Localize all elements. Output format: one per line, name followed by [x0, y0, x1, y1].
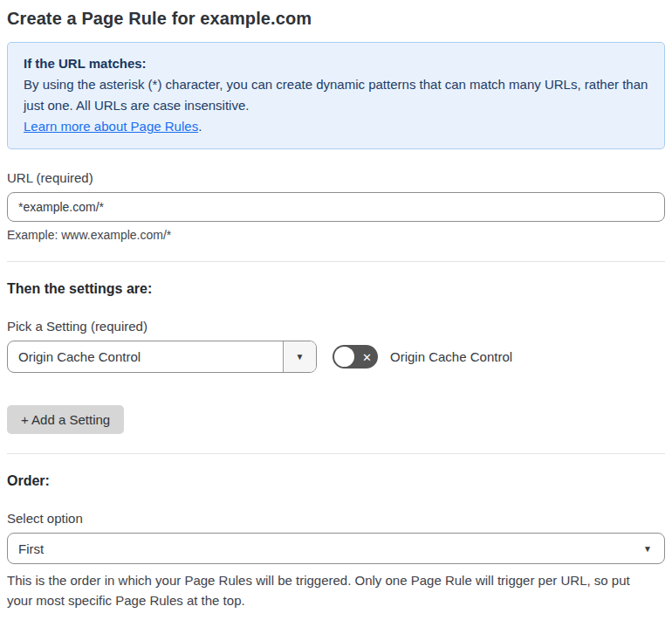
- order-select[interactable]: First ▼: [7, 533, 665, 564]
- toggle-off-x-icon: ✕: [362, 351, 372, 362]
- settings-section-heading: Then the settings are:: [7, 281, 665, 297]
- learn-more-link[interactable]: Learn more about Page Rules: [24, 119, 198, 134]
- chevron-down-icon: ▼: [643, 534, 664, 563]
- url-field-group: URL (required) Example: www.example.com/…: [7, 170, 665, 242]
- order-helper-text: This is the order in which your Page Rul…: [7, 570, 653, 610]
- info-box-body: By using the asterisk (*) character, you…: [24, 74, 648, 116]
- url-match-info-box: If the URL matches: By using the asteris…: [7, 42, 665, 149]
- toggle-knob: [334, 347, 354, 367]
- setting-select[interactable]: Origin Cache Control ▼: [7, 341, 317, 373]
- url-example-helper: Example: www.example.com/*: [7, 228, 665, 242]
- order-select-label: Select option: [7, 511, 665, 526]
- add-setting-wrap: + Add a Setting: [7, 405, 665, 434]
- page-title: Create a Page Rule for example.com: [7, 9, 665, 29]
- setting-select-value: Origin Cache Control: [8, 341, 283, 372]
- chevron-down-icon: ▼: [283, 341, 316, 372]
- add-setting-button[interactable]: + Add a Setting: [7, 405, 124, 434]
- create-page-rule-form: Create a Page Rule for example.com If th…: [0, 0, 672, 620]
- pick-setting-label: Pick a Setting (required): [7, 319, 665, 334]
- url-input[interactable]: [7, 192, 665, 222]
- info-box-heading: If the URL matches:: [24, 53, 648, 74]
- order-select-value: First: [8, 534, 643, 563]
- divider: [7, 453, 665, 454]
- origin-cache-control-toggle[interactable]: ✕: [333, 345, 378, 369]
- info-box-link-line: Learn more about Page Rules.: [24, 116, 648, 137]
- setting-row: Origin Cache Control ▼ ✕ Origin Cache Co…: [7, 341, 665, 373]
- divider: [7, 261, 665, 262]
- order-section-heading: Order:: [7, 473, 665, 489]
- toggle-label: Origin Cache Control: [390, 349, 512, 364]
- link-suffix: .: [198, 119, 202, 134]
- url-label: URL (required): [7, 170, 665, 185]
